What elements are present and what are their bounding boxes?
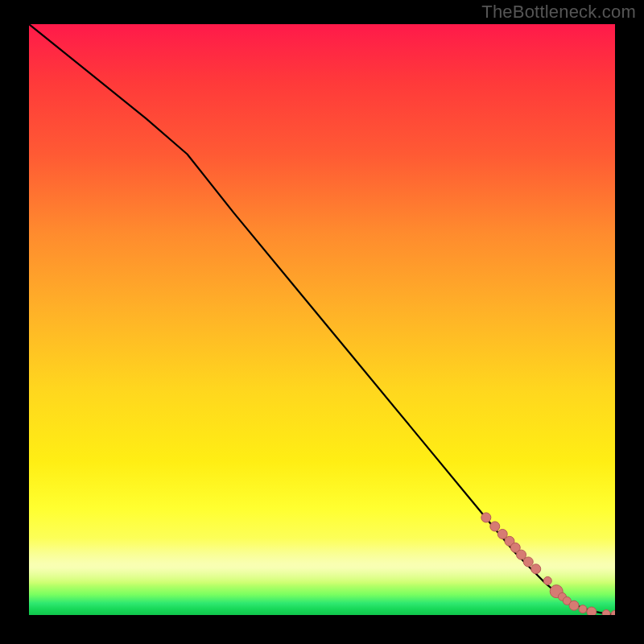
watermark-text: TheBottleneck.com [481,2,636,23]
chart-frame: TheBottleneck.com [0,0,644,644]
marker-point [569,601,579,610]
marker-point [611,610,615,615]
bottleneck-curve-line [29,24,615,614]
highlighted-points-group [481,513,615,615]
marker-point [587,607,597,615]
plot-area [29,24,615,615]
chart-overlay-svg [29,24,615,615]
marker-point [490,522,500,531]
marker-point [579,605,587,613]
marker-point [531,564,541,574]
marker-point [602,610,610,615]
marker-point [523,557,533,567]
marker-point [543,576,551,584]
marker-point [481,513,491,522]
